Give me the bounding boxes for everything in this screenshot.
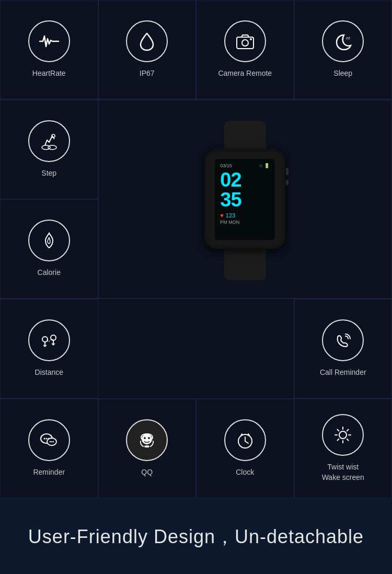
- camera-icon: [235, 31, 256, 52]
- bottom-section: User-Friendly Design，Un-detachable: [0, 498, 392, 574]
- clock-label: Clock: [236, 467, 254, 478]
- step-label: Step: [41, 168, 56, 179]
- qq-icon: [136, 430, 157, 451]
- feature-cell-clock: Clock: [196, 399, 294, 498]
- watch-screen: 03/15 ☆ 🔋 02 35 ♥ 123 PM MON: [215, 159, 275, 240]
- reminder-label: Reminder: [33, 467, 65, 478]
- ip67-label: IP67: [140, 68, 155, 79]
- svg-line-31: [338, 430, 339, 431]
- svg-point-10: [43, 438, 45, 440]
- svg-point-19: [148, 437, 150, 439]
- svg-point-2: [250, 38, 252, 40]
- watch-heartrate-val: 123: [226, 212, 235, 219]
- watch-body: 03/15 ☆ 🔋 02 35 ♥ 123 PM MON: [198, 121, 292, 278]
- sun-icon: [332, 424, 353, 445]
- feature-cell-distance: Distance: [0, 299, 98, 398]
- heart-icon-watch: ♥: [220, 212, 224, 219]
- feature-cell-reminder: Reminder: [0, 399, 98, 498]
- watch-image-container: 03/15 ☆ 🔋 02 35 ♥ 123 PM MON: [107, 108, 384, 290]
- svg-point-20: [144, 445, 149, 447]
- watch-center-image: 03/15 ☆ 🔋 02 35 ♥ 123 PM MON: [98, 100, 393, 299]
- feature-cell-qq: QQ: [98, 399, 197, 498]
- feature-cell-sleep: zz Sleep: [294, 0, 393, 99]
- watch-minute: 35: [220, 190, 241, 210]
- watch-case: 03/15 ☆ 🔋 02 35 ♥ 123 PM MON: [204, 150, 285, 249]
- step-icon: [39, 131, 60, 152]
- qq-label: QQ: [141, 467, 153, 478]
- calorie-label: Calorie: [38, 268, 61, 278]
- feature-cell-camera: Camera Remote: [196, 0, 294, 99]
- svg-point-11: [45, 438, 47, 440]
- heartrate-icon-circle: [28, 20, 70, 62]
- distance-label: Distance: [35, 368, 63, 378]
- step-icon-circle: [28, 120, 70, 162]
- qq-icon-circle: [126, 419, 168, 461]
- side-button-2: [286, 180, 289, 185]
- feature-cell-step: Step: [0, 100, 98, 199]
- svg-point-7: [42, 337, 48, 342]
- heartrate-label: HeartRate: [32, 68, 66, 79]
- svg-text:zz: zz: [346, 36, 350, 40]
- twist-label: Twist wistWake screen: [322, 462, 364, 483]
- bottom-watch-area: [16, 571, 376, 574]
- reminder-icon-circle: [28, 419, 70, 461]
- sleep-icon: zz: [332, 31, 353, 52]
- feature-cell-twist: Twist wistWake screen: [294, 399, 393, 498]
- svg-point-1: [242, 40, 248, 46]
- svg-point-14: [50, 441, 51, 442]
- watch-center-spacer: [98, 299, 294, 398]
- camera-icon-circle: [224, 20, 266, 62]
- svg-point-15: [51, 441, 52, 442]
- ip67-icon-circle: [126, 20, 168, 62]
- watch-band-top: [224, 121, 266, 150]
- sleep-icon-circle: zz: [322, 20, 364, 62]
- calorie-icon: [39, 230, 60, 251]
- wechat-icon: [39, 430, 60, 451]
- call-icon-circle: [322, 319, 364, 361]
- heartrate-icon: [39, 31, 60, 52]
- distance-icon-circle: [28, 319, 70, 361]
- svg-line-23: [245, 441, 248, 443]
- feature-cell-ip67: IP67: [98, 0, 197, 99]
- svg-point-16: [53, 441, 54, 442]
- watch-date: 03/15: [220, 163, 232, 168]
- feature-cell-call: Call Reminder: [294, 299, 393, 398]
- watch-battery-icon: ☆ 🔋: [259, 163, 270, 168]
- clock-icon: [235, 430, 256, 451]
- svg-line-32: [347, 439, 349, 441]
- side-button-1: [286, 168, 289, 175]
- call-icon: [332, 330, 353, 351]
- svg-point-5: [48, 145, 56, 150]
- sleep-label: Sleep: [333, 68, 352, 79]
- svg-point-18: [144, 437, 146, 439]
- call-reminder-label: Call Reminder: [320, 368, 366, 378]
- watch-side-buttons: [286, 168, 289, 185]
- svg-line-33: [347, 430, 349, 431]
- clock-icon-circle: [224, 419, 266, 461]
- svg-point-26: [339, 431, 347, 439]
- watch-mode: PM MON: [220, 220, 239, 225]
- water-drop-icon: [136, 31, 157, 52]
- feature-cell-heartrate: HeartRate: [0, 0, 98, 99]
- camera-label: Camera Remote: [218, 68, 272, 79]
- distance-icon: [39, 330, 60, 351]
- watch-band-bottom: [224, 249, 266, 280]
- twist-icon-circle: [322, 414, 364, 456]
- features-section: HeartRate IP67 Camera Remote: [0, 0, 392, 498]
- bottom-title: User-Friendly Design，Un-detachable: [16, 524, 376, 550]
- svg-line-34: [338, 439, 339, 441]
- calorie-icon-circle: [28, 220, 70, 261]
- watch-hour: 02: [220, 170, 241, 190]
- feature-cell-calorie: Calorie: [0, 199, 98, 299]
